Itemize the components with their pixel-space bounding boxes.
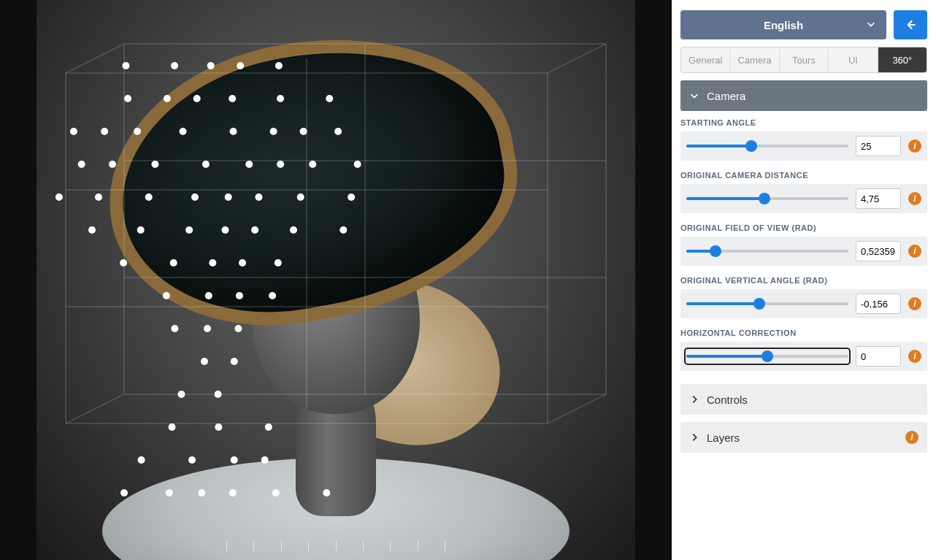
info-icon[interactable]: i — [908, 245, 921, 258]
tab-360[interactable]: 360° — [878, 47, 927, 72]
svg-point-59 — [340, 226, 347, 234]
svg-point-39 — [151, 161, 158, 168]
svg-point-55 — [185, 226, 193, 234]
info-icon[interactable]: i — [908, 297, 921, 310]
svg-point-84 — [166, 489, 173, 496]
svg-point-27 — [277, 95, 284, 102]
svg-point-45 — [55, 193, 63, 201]
tab-camera[interactable]: Camera — [730, 47, 779, 72]
svg-point-79 — [138, 456, 145, 464]
viewport-canvas[interactable] — [37, 0, 635, 560]
slider-horizontal-correction[interactable] — [686, 350, 848, 363]
tab-general[interactable]: General — [681, 47, 730, 72]
back-button[interactable] — [894, 10, 927, 39]
label-camera-distance: ORIGINAL CAMERA DISTANCE — [680, 171, 927, 180]
slider-camera-distance[interactable] — [686, 192, 848, 205]
svg-point-60 — [120, 259, 127, 266]
tab-bar: General Camera Tours UI 360° — [680, 47, 927, 73]
ruler-ticks — [226, 541, 445, 556]
tab-ui[interactable]: UI — [829, 47, 878, 72]
svg-point-63 — [239, 259, 246, 266]
svg-point-33 — [230, 128, 237, 135]
svg-point-31 — [134, 128, 141, 135]
svg-point-37 — [78, 161, 85, 168]
field-starting-angle: STARTING ANGLE i — [680, 118, 927, 161]
input-horizontal-correction[interactable] — [856, 346, 901, 367]
svg-point-53 — [88, 226, 96, 234]
svg-point-48 — [191, 193, 199, 201]
svg-point-58 — [290, 226, 297, 234]
label-vertical-angle: ORIGINAL VERTICAL ANGLE (RAD) — [680, 276, 927, 285]
svg-point-18 — [123, 62, 130, 69]
svg-point-80 — [188, 456, 196, 464]
svg-point-57 — [251, 226, 258, 234]
language-label: English — [764, 19, 803, 31]
svg-point-71 — [234, 325, 242, 332]
svg-point-28 — [326, 95, 333, 102]
svg-point-65 — [163, 292, 170, 299]
chevron-right-icon — [689, 394, 699, 404]
svg-point-35 — [300, 128, 307, 135]
svg-point-46 — [95, 193, 102, 201]
slider-fov[interactable] — [686, 245, 848, 258]
chevron-right-icon — [689, 432, 699, 442]
field-horizontal-correction: HORIZONTAL CORRECTION i — [680, 329, 927, 371]
section-layers-title: Layers — [707, 431, 740, 444]
svg-point-43 — [309, 161, 316, 168]
svg-point-87 — [272, 489, 280, 496]
svg-point-19 — [171, 62, 178, 69]
svg-point-42 — [277, 161, 284, 168]
svg-point-67 — [236, 292, 243, 299]
svg-point-40 — [202, 161, 210, 168]
svg-point-22 — [275, 62, 283, 69]
svg-point-86 — [229, 489, 237, 496]
section-camera-title: Camera — [707, 90, 745, 102]
svg-point-66 — [205, 292, 212, 299]
section-layers-header[interactable]: Layers i — [680, 422, 927, 453]
svg-point-38 — [109, 161, 116, 168]
svg-point-34 — [270, 128, 277, 135]
svg-point-47 — [145, 193, 153, 201]
input-vertical-angle[interactable] — [856, 294, 901, 314]
info-icon[interactable]: i — [908, 139, 921, 153]
input-camera-distance[interactable] — [856, 188, 901, 209]
svg-point-21 — [237, 62, 244, 69]
field-fov: ORIGINAL FIELD OF VIEW (RAD) i — [680, 223, 927, 266]
slider-vertical-angle[interactable] — [686, 297, 848, 310]
svg-point-62 — [209, 259, 216, 266]
section-camera-header[interactable]: Camera — [680, 80, 927, 111]
section-controls-header[interactable]: Controls — [680, 384, 927, 415]
info-icon[interactable]: i — [905, 431, 918, 444]
info-icon[interactable]: i — [908, 350, 921, 363]
slider-starting-angle[interactable] — [686, 139, 848, 153]
language-select[interactable]: English — [680, 10, 886, 39]
chevron-down-icon — [689, 91, 699, 101]
svg-point-70 — [204, 325, 211, 332]
svg-point-50 — [255, 193, 262, 201]
tab-tours[interactable]: Tours — [780, 47, 829, 72]
svg-point-73 — [231, 358, 238, 365]
svg-point-74 — [177, 391, 185, 398]
info-icon[interactable]: i — [908, 192, 921, 205]
input-fov[interactable] — [856, 241, 901, 261]
section-controls-title: Controls — [707, 394, 748, 406]
settings-panel: English General Camera Tours UI 360° Cam… — [672, 0, 936, 560]
label-starting-angle: STARTING ANGLE — [680, 118, 927, 127]
svg-point-68 — [269, 292, 276, 299]
svg-point-88 — [323, 489, 330, 496]
viewport-3d[interactable] — [0, 0, 672, 560]
svg-point-23 — [124, 95, 131, 102]
svg-point-54 — [137, 226, 145, 234]
svg-point-82 — [261, 456, 269, 464]
svg-point-72 — [201, 358, 208, 365]
svg-point-26 — [229, 95, 236, 102]
svg-point-44 — [354, 161, 361, 168]
svg-point-69 — [171, 325, 178, 332]
chevron-down-icon — [866, 19, 876, 31]
svg-point-61 — [170, 259, 177, 266]
arrow-left-icon — [903, 18, 918, 32]
svg-point-85 — [198, 489, 205, 496]
svg-point-83 — [120, 489, 128, 496]
svg-point-77 — [215, 423, 222, 431]
input-starting-angle[interactable] — [856, 136, 901, 156]
